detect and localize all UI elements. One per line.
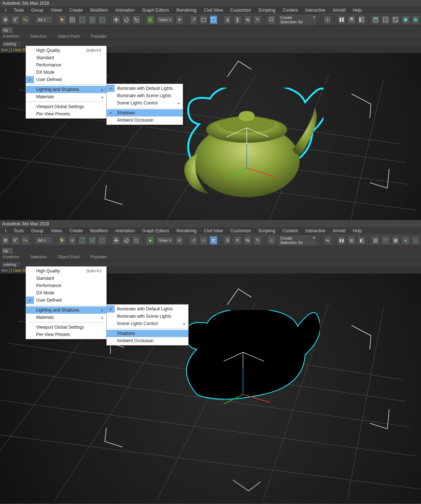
menu-item-high-quality[interactable]: High QualityShift+F3 — [26, 267, 106, 275]
menu-item-performance[interactable]: Performance — [26, 61, 106, 69]
angle-snap-icon[interactable]: 3 — [224, 15, 231, 24]
menu-item-help[interactable]: Help — [349, 228, 365, 233]
menu-item-tools[interactable]: Tools — [10, 228, 27, 233]
menu-item-animation[interactable]: Animation — [111, 8, 138, 13]
menu-item-illuminate-scene[interactable]: Illuminate with Scene Lights — [107, 92, 183, 99]
tab-polygon-modeling[interactable]: ng — [1, 27, 13, 33]
mirror-icon[interactable] — [324, 15, 331, 24]
menu-item-animation[interactable]: Animation — [111, 228, 138, 233]
create-selection-set-input[interactable]: Create Selection Se — [278, 234, 318, 246]
menu-item-materials[interactable]: Materials — [26, 314, 106, 321]
menu-item-scripting[interactable]: Scripting — [255, 228, 279, 233]
menu-item-interactive[interactable]: Interactive — [301, 8, 329, 13]
window-crossing-icon[interactable] — [88, 15, 96, 24]
select-and-move-icon[interactable] — [112, 236, 120, 245]
named-selection-sets-icon[interactable]: ⌂ — [268, 236, 275, 245]
select-object-icon[interactable] — [58, 15, 66, 24]
menu-item-create[interactable]: Create — [66, 8, 87, 13]
select-by-name-icon[interactable] — [68, 15, 76, 24]
menu-item-help[interactable]: Help — [349, 8, 365, 13]
menu-item-rendering[interactable]: Rendering — [173, 8, 200, 13]
use-pivot-center-icon[interactable] — [176, 15, 183, 24]
paint-selection-icon[interactable] — [98, 236, 106, 245]
rectangular-selection-region-icon[interactable] — [78, 236, 86, 245]
menu-item-interactive[interactable]: Interactive — [301, 228, 329, 233]
schematic-view-icon[interactable]: ▦ — [392, 236, 399, 245]
menu-item-standard[interactable]: Standard — [26, 54, 106, 61]
tab-polygon-modeling[interactable]: ng — [1, 247, 13, 253]
window-crossing-icon[interactable] — [88, 236, 96, 245]
select-and-scale-icon[interactable] — [132, 15, 140, 24]
keyboard-shortcut-override-icon[interactable] — [200, 15, 207, 24]
tab-modeling[interactable]: odeling — [1, 261, 22, 267]
angle-snap-icon[interactable]: 3 — [224, 236, 231, 245]
reference-coordinate-dropdown[interactable]: View — [156, 237, 174, 244]
render-setup-icon[interactable] — [412, 15, 420, 24]
menu-item-user-defined[interactable]: User Defined — [26, 297, 106, 304]
menu-item-illuminate-default[interactable]: Illuminate with Default Lights — [107, 305, 188, 313]
menu-item-shadows[interactable]: Shadows — [107, 330, 188, 337]
menu-item-ambient-occlusion[interactable]: Ambient Occlusion — [107, 337, 188, 344]
menu-item-dx-mode[interactable]: DX Mode — [26, 289, 106, 297]
layer-explorer-icon[interactable]: ≣ — [348, 236, 355, 245]
ribbon-toggle-icon[interactable] — [372, 15, 379, 24]
curve-editor-icon[interactable] — [382, 15, 389, 24]
menu-item-scene-lights-control[interactable]: Scene Lights Control — [107, 99, 183, 107]
menu-item-per-view-presets[interactable]: Per-View Presets — [26, 110, 106, 118]
percent-snap-icon[interactable]: ⤧ — [234, 236, 241, 245]
menu-item-scripting[interactable]: Scripting — [255, 8, 279, 13]
select-and-rotate-icon[interactable] — [122, 236, 130, 245]
ribbon-toggle-icon[interactable]: ▤ — [372, 236, 379, 245]
material-editor-icon[interactable]: ● — [402, 236, 409, 245]
menu-item-scene-lights-control[interactable]: Scene Lights Control — [107, 320, 188, 327]
paint-selection-icon[interactable] — [98, 15, 106, 24]
menu-item-civil-view[interactable]: Civil View — [200, 228, 227, 233]
menu-item-ambient-occlusion[interactable]: Ambient Occlusion — [107, 117, 183, 124]
selection-filter-dropdown[interactable]: All — [35, 16, 52, 23]
create-selection-set-input[interactable]: Create Selection Se — [278, 14, 318, 26]
menu-item-per-view-presets[interactable]: Per-View Presets — [26, 331, 106, 338]
menu-item-viewport-global-settings[interactable]: Viewport Global Settings — [26, 324, 106, 331]
menu-item-user-defined[interactable]: User Defined — [26, 76, 106, 83]
toggle-scene-explorer-icon[interactable]: ◧ — [358, 236, 365, 245]
menu-item-content[interactable]: Content — [279, 8, 301, 13]
snaps-toggle-icon[interactable] — [210, 15, 217, 24]
edit-named-selection-sets-icon[interactable]: ✎ — [254, 15, 261, 24]
named-selection-sets-icon[interactable] — [268, 15, 275, 24]
menu-item-graph-editors[interactable]: Graph Editors — [139, 8, 173, 13]
percent-snap-icon[interactable] — [234, 15, 241, 24]
menu-item-content[interactable]: Content — [279, 228, 301, 233]
menu-item-rendering[interactable]: Rendering — [173, 228, 200, 233]
menu-item-shadows[interactable]: Shadows — [107, 109, 183, 117]
reference-coordinate-dropdown[interactable]: View — [156, 16, 174, 23]
menu-item-lighting-and-shadows[interactable]: Lighting and Shadows Illuminate with Def… — [26, 306, 106, 314]
menu-item-graph-editors[interactable]: Graph Editors — [139, 228, 173, 233]
select-object-icon[interactable] — [58, 236, 66, 245]
mirror-icon[interactable]: ⇋ — [324, 236, 331, 245]
placement-tool-icon[interactable] — [147, 15, 154, 24]
spinner-snap-icon[interactable]: % — [244, 15, 251, 24]
menu-item-lighting-and-shadows[interactable]: Lighting and Shadows Illuminate with Def… — [26, 86, 106, 93]
selection-filter-dropdown[interactable]: All — [35, 237, 52, 244]
bind-space-warp-icon[interactable] — [22, 236, 29, 245]
align-icon[interactable] — [338, 15, 345, 24]
menu-item-illuminate-default[interactable]: Illuminate with Default Lights — [107, 85, 183, 92]
teapot-object[interactable] — [166, 310, 320, 427]
menu-item-arnold[interactable]: Arnold — [329, 8, 349, 13]
edit-named-selection-sets-icon[interactable]: ✎ — [254, 236, 261, 245]
menu-item-views[interactable]: Views — [47, 8, 66, 13]
select-and-rotate-icon[interactable] — [122, 15, 130, 24]
menu-item-illuminate-scene[interactable]: Illuminate with Scene Lights — [107, 313, 188, 320]
render-setup-icon[interactable]: ☼ — [412, 236, 420, 245]
toggle-scene-explorer-icon[interactable] — [358, 15, 365, 24]
menu-item-viewport-global-settings[interactable]: Viewport Global Settings — [26, 103, 106, 110]
menu-item-civil-view[interactable]: Civil View — [200, 8, 227, 13]
align-icon[interactable]: ▮▮ — [338, 236, 345, 245]
unlink-icon[interactable] — [11, 236, 19, 245]
menu-item-modifiers[interactable]: Modifiers — [87, 228, 112, 233]
manipulate-icon[interactable] — [190, 15, 197, 24]
rectangular-selection-region-icon[interactable] — [78, 15, 86, 24]
menu-item-arnold[interactable]: Arnold — [329, 228, 349, 233]
link-icon[interactable] — [1, 15, 9, 24]
layer-explorer-icon[interactable] — [348, 15, 355, 24]
